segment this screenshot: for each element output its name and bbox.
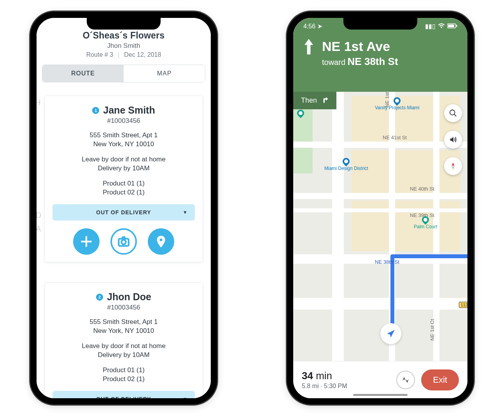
phone-delivery: O´Sheas´s Flowers Jhon Smith Route # 3 |… xyxy=(30,12,217,404)
delivery-note1: Leave by door if not at home xyxy=(52,155,195,164)
status-dropdown[interactable]: OUT OF DELIVERY ▼ xyxy=(52,204,195,220)
status-label: OUT OF DELIVERY xyxy=(96,209,151,215)
product-line2: Product 02 (1) xyxy=(52,375,195,384)
location-arrow-icon: ➤ xyxy=(317,23,322,30)
location-button[interactable] xyxy=(148,228,174,255)
eta-bar[interactable]: 34 min 5.8 mi · 5:30 PM Exit xyxy=(293,361,467,398)
add-button[interactable] xyxy=(73,228,100,255)
product-line2: Product 02 (1) xyxy=(52,188,195,197)
chevron-down-icon: ▼ xyxy=(183,210,188,215)
phone-navigation: 4:56 ➤ ▮▮▯ NE 1st Ave toward NE 38th St xyxy=(287,12,474,404)
plus-icon xyxy=(80,235,93,248)
eta-minutes: 34 xyxy=(302,370,313,382)
eta-minutes-unit: min xyxy=(313,370,332,382)
address-line2: New York, NY 10010 xyxy=(52,140,195,149)
next-step[interactable]: Then xyxy=(293,92,336,109)
stop-card-2[interactable]: 2 Jhon Doe #10003456 555 Smith Street, A… xyxy=(44,282,203,398)
driver-name: Jhon Smith xyxy=(37,42,211,50)
pin-icon xyxy=(420,215,430,224)
exit-label: Exit xyxy=(433,375,447,385)
status-dropdown[interactable]: OUT OF DELIVERY ▼ xyxy=(52,391,195,398)
svg-point-5 xyxy=(450,110,455,115)
street-label: NE 38th St xyxy=(375,259,399,265)
speaker-icon xyxy=(449,135,457,144)
delivery-note2: Delivery by 10AM xyxy=(52,164,195,173)
address-line1: 555 Smith Street, Apt 1 xyxy=(52,131,195,140)
search-button[interactable] xyxy=(444,104,462,122)
stop-card-1[interactable]: 1 Jane Smith #10003456 555 Smith Street,… xyxy=(44,96,203,262)
route-shield: 112 xyxy=(459,302,467,308)
pin-icon xyxy=(392,96,402,105)
tabs: ROUTE MAP xyxy=(42,65,205,82)
cursor-icon xyxy=(386,329,396,339)
pin-icon xyxy=(341,156,351,166)
delivery-note2: Delivery by 10AM xyxy=(52,351,195,360)
then-label: Then xyxy=(301,96,317,105)
delivery-header: O´Sheas´s Flowers Jhon Smith Route # 3 |… xyxy=(37,30,211,58)
direction-toward: NE 38th St xyxy=(348,56,398,67)
status-time: 4:56 xyxy=(303,23,315,30)
compass-button[interactable] xyxy=(444,157,462,175)
order-number: #10003456 xyxy=(52,117,195,125)
tab-route[interactable]: ROUTE xyxy=(42,65,124,82)
street-label: NE 41st St xyxy=(383,135,407,140)
current-location xyxy=(380,323,401,344)
sound-button[interactable] xyxy=(444,131,462,149)
camera-icon xyxy=(117,235,130,248)
pin-icon xyxy=(154,235,168,248)
product-line1: Product 01 (1) xyxy=(52,366,195,375)
street-label: NE 40th St xyxy=(410,186,434,192)
store-name: O´Sheas´s Flowers xyxy=(37,30,211,41)
poi-design[interactable]: Miami Design District xyxy=(324,158,368,171)
route-number: Route # 3 xyxy=(86,51,113,58)
eta-details: 5.8 mi · 5:30 PM xyxy=(302,383,347,390)
arrow-up-icon xyxy=(303,39,314,56)
signal-icon: ▮▮▯ xyxy=(425,23,436,30)
poi-generic[interactable] xyxy=(297,110,304,117)
customer-name: Jane Smith xyxy=(103,105,155,116)
compass-icon xyxy=(449,162,457,170)
alternate-routes-button[interactable] xyxy=(396,371,415,389)
map-canvas[interactable]: NE 41st St NE 40th St NE 39th St NE 38th… xyxy=(293,92,467,361)
poi-palm[interactable]: Palm Court xyxy=(414,216,437,229)
svg-rect-3 xyxy=(448,24,454,27)
status-bar: 4:56 ➤ ▮▮▯ xyxy=(293,23,467,30)
delivery-screen: O´Sheas´s Flowers Jhon Smith Route # 3 |… xyxy=(37,18,211,398)
svg-point-1 xyxy=(121,240,126,244)
direction-toward-prefix: toward xyxy=(322,58,348,66)
street-label: NE 1st Ct xyxy=(429,319,435,341)
nav-screen: 4:56 ➤ ▮▮▯ NE 1st Ave toward NE 38th St xyxy=(293,18,467,398)
address-line1: 555 Smith Street, Apt 1 xyxy=(52,318,195,327)
stop-index-badge: 2 xyxy=(96,294,103,301)
tab-map[interactable]: MAP xyxy=(124,65,205,82)
home-indicator[interactable] xyxy=(353,394,408,396)
direction-street: NE 1st Ave xyxy=(322,39,398,54)
wifi-icon xyxy=(438,23,445,30)
customer-name: Jhon Doe xyxy=(107,291,151,303)
address-line2: New York, NY 10010 xyxy=(52,327,195,336)
stop-index-badge: 1 xyxy=(92,107,99,114)
chevron-down-icon: ▼ xyxy=(183,396,188,398)
poi-vanity[interactable]: Vanity Projects Miami xyxy=(375,97,419,110)
product-line1: Product 01 (1) xyxy=(52,179,195,188)
order-number: #10003456 xyxy=(52,304,195,312)
search-icon xyxy=(449,109,457,117)
delivery-note1: Leave by door if not at home xyxy=(52,342,195,351)
routes-icon xyxy=(401,375,410,385)
svg-rect-4 xyxy=(456,25,457,27)
exit-button[interactable]: Exit xyxy=(421,369,459,390)
route-date: Dec 12, 2018 xyxy=(124,51,161,58)
camera-button[interactable] xyxy=(110,228,137,255)
pin-icon xyxy=(296,108,305,118)
battery-icon xyxy=(447,23,457,30)
turn-right-icon xyxy=(321,96,329,105)
status-label: OUT OF DELIVERY xyxy=(96,396,151,398)
